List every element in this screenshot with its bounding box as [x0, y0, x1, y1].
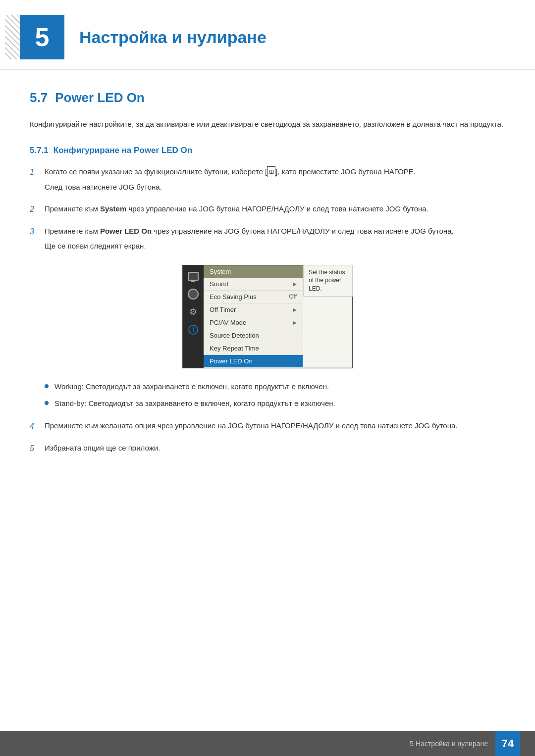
menu-item-powerled-label: Power LED On: [210, 357, 253, 365]
step-4: 4 Преминете към желаната опция чрез упра…: [30, 419, 505, 433]
bullet-text-standby: Stand-by: Светодиодът за захранването е …: [54, 398, 335, 409]
section-title: 5.7Power LED On: [30, 90, 505, 105]
menu-item-eco: Eco Saving Plus Off: [204, 291, 303, 303]
header: 5 Настройка и нулиране: [0, 0, 535, 70]
display-icon: [188, 289, 199, 300]
bullet-item-standby: Stand-by: Светодиодът за захранването е …: [45, 398, 505, 409]
step-2-number: 2: [30, 202, 45, 216]
menu-item-offtimer-arrow: ▶: [293, 307, 297, 312]
bullet-dot-standby: [45, 401, 49, 405]
step-3-number: 3: [30, 225, 45, 238]
step-3-bold: Power LED On: [100, 227, 152, 235]
menu-item-pcav-label: PC/AV Mode: [210, 319, 246, 326]
section-title-text: Power LED On: [55, 90, 145, 105]
subsection-title-text: Конфигуриране на Power LED On: [54, 146, 192, 155]
menu-item-offtimer-label: Off Timer: [210, 306, 236, 313]
menu-item-source: Source Detection: [204, 329, 303, 342]
bullet-bold-working: Working: [54, 382, 82, 391]
section-description: Конфигурирайте настройките, за да активи…: [30, 118, 505, 131]
gear-icon: ⚙: [189, 306, 197, 317]
step-2-text-post: чрез управление на JOG бутона НАГОРЕ/НАД…: [126, 204, 428, 213]
menu-item-source-label: Source Detection: [210, 332, 259, 339]
sidebar-icons: ⚙ i: [183, 265, 204, 368]
menu-item-eco-label: Eco Saving Plus: [210, 293, 257, 301]
diagram-container: ⚙ i System Sound ▶ Eco Saving Plus: [30, 265, 505, 368]
menu-item-pcav-arrow: ▶: [293, 320, 297, 325]
menu-item-keyrepeat-label: Key Repeat Time: [210, 345, 259, 352]
step-1-number: 1: [30, 165, 45, 179]
main-content: 5.7Power LED On Конфигурирайте настройки…: [0, 90, 535, 455]
step-1-subtext: След това натиснете JOG бутона.: [45, 181, 505, 194]
menu-item-offtimer: Off Timer ▶: [204, 303, 303, 316]
step-4-content: Преминете към желаната опция чрез управл…: [45, 419, 505, 432]
menu-header: System: [204, 265, 303, 278]
step-1: 1 Когато се появи указание за функционал…: [30, 165, 505, 194]
menu-panel: System Sound ▶ Eco Saving Plus Off Off T…: [204, 265, 303, 368]
diagram-wrapper: ⚙ i System Sound ▶ Eco Saving Plus: [182, 265, 353, 368]
step-4-number: 4: [30, 419, 45, 433]
subsection-number: 5.7.1: [30, 146, 49, 155]
step-2-bold: System: [100, 204, 126, 213]
menu-item-keyrepeat: Key Repeat Time: [204, 342, 303, 355]
steps-list-2: 4 Преминете към желаната опция чрез упра…: [30, 419, 505, 455]
menu-item-sound-label: Sound: [210, 280, 228, 288]
step-3-content: Преминете към Power LED On чрез управлен…: [45, 225, 505, 252]
monitor-icon: [188, 272, 199, 281]
step-3-subtext: Ще се появи следният екран.: [45, 240, 505, 252]
icon-display-item: [186, 287, 200, 301]
bullet-item-working: Working: Светодиодът за захранването е в…: [45, 381, 505, 393]
icon-info-item: i: [186, 323, 200, 337]
step-5-content: Избраната опция ще се приложи.: [45, 442, 505, 454]
menu-item-eco-value: Off: [289, 293, 297, 300]
footer: 5 Настройка и нулиране 74: [0, 731, 535, 756]
step-3-text-pre: Преминете към: [45, 227, 100, 235]
bullet-dot-working: [45, 384, 49, 388]
step-3: 3 Преминете към Power LED On чрез управл…: [30, 225, 505, 252]
chapter-title: Настройка и нулиране: [79, 28, 267, 47]
tooltip-panel: Set the status of the power LED.: [303, 265, 353, 297]
section-number: 5.7: [30, 90, 48, 105]
chapter-number: 5: [35, 22, 50, 52]
icon-gear-item: ⚙: [186, 305, 200, 319]
step-2-content: Преминете към System чрез управление на …: [45, 202, 505, 215]
chapter-number-block: 5: [20, 15, 64, 59]
menu-item-pcav: PC/AV Mode ▶: [204, 316, 303, 329]
bullet-bold-standby: Stand-by: [54, 399, 84, 407]
bullet-list: Working: Светодиодът за захранването е в…: [45, 381, 505, 409]
step-5: 5 Избраната опция ще се приложи.: [30, 442, 505, 455]
step-2-text-pre: Преминете към: [45, 204, 100, 213]
footer-text: 5 Настройка и нулиране: [410, 740, 488, 748]
step-1-text: Когато се появи указание за функционални…: [45, 167, 416, 176]
subsection-title: 5.7.1Конфигуриране на Power LED On: [30, 146, 505, 155]
step-1-content: Когато се появи указание за функционални…: [45, 165, 505, 194]
menu-item-sound-arrow: ▶: [293, 281, 297, 287]
step-3-text-post: чрез управление на JOG бутона НАГОРЕ/НАД…: [152, 227, 454, 235]
bullet-text-standby-text: : Светодиодът за захранването е включен,…: [84, 399, 335, 407]
step-5-number: 5: [30, 442, 45, 455]
bullet-text-working: Working: Светодиодът за захранването е в…: [54, 381, 329, 393]
icon-monitor-item: [186, 269, 200, 283]
bullet-text-working-text: : Светодиодът за захранването е включен,…: [82, 382, 329, 391]
info-icon: i: [188, 325, 198, 335]
tooltip-text: Set the status of the power LED.: [309, 269, 345, 293]
menu-item-powerled: Power LED On: [204, 355, 303, 368]
steps-list: 1 Когато се появи указание за функционал…: [30, 165, 505, 252]
footer-page: 74: [495, 731, 520, 756]
step-2: 2 Преминете към System чрез управление н…: [30, 202, 505, 216]
menu-item-sound: Sound ▶: [204, 278, 303, 291]
